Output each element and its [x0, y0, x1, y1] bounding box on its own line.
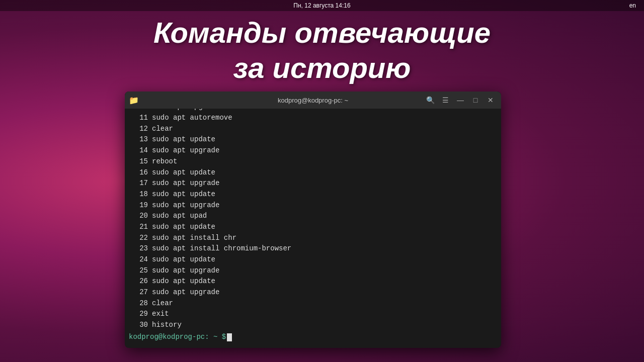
line-number: 15 — [129, 156, 148, 167]
line-command: sudo apt upgrade — [152, 109, 219, 113]
terminal-line: 30history — [129, 320, 501, 331]
terminal-line: 10sudo apt upgrade — [129, 109, 501, 113]
terminal-line: 26sudo apt update — [129, 276, 501, 287]
maximize-button[interactable]: □ — [469, 94, 482, 107]
terminal-line: 18sudo apt update — [129, 189, 501, 200]
line-command: clear — [152, 124, 173, 135]
line-command: sudo apt autoremove — [152, 113, 232, 124]
line-number: 24 — [129, 254, 148, 265]
taskbar-clock: Пн, 12 августа 14:16 — [293, 2, 350, 9]
terminal-body: 8sudo apt upgrade9sudo apt update10sudo … — [125, 109, 501, 348]
line-number: 23 — [129, 243, 148, 254]
terminal-line: 14sudo apt upgrade — [129, 145, 501, 156]
terminal-line: 29exit — [129, 309, 501, 320]
terminal-line: 25sudo apt upgrade — [129, 265, 501, 277]
line-command: reboot — [152, 156, 177, 167]
line-number: 22 — [129, 233, 148, 244]
terminal-line: 13sudo apt update — [129, 134, 501, 145]
line-number: 18 — [129, 189, 148, 200]
line-command: clear — [152, 298, 173, 309]
terminal-content[interactable]: 8sudo apt upgrade9sudo apt update10sudo … — [125, 109, 501, 348]
line-command: sudo apt upgrade — [152, 145, 219, 156]
line-number: 30 — [129, 320, 148, 331]
menu-button[interactable]: ☰ — [439, 94, 452, 107]
line-command: sudo apt upgrade — [152, 200, 219, 211]
taskbar: Пн, 12 августа 14:16 en — [0, 0, 644, 11]
line-number: 29 — [129, 309, 148, 320]
titlebar-file-icon: 📁 — [129, 96, 139, 105]
close-button[interactable]: ✕ — [484, 94, 497, 107]
prompt-line: kodprog@kodprog-pc: ~ $ — [129, 331, 501, 344]
line-command: sudo apt upgrade — [152, 265, 219, 277]
line-number: 14 — [129, 145, 148, 156]
terminal-line: 19sudo apt upgrade — [129, 200, 501, 211]
line-number: 10 — [129, 109, 148, 113]
terminal-line: 17sudo apt upgrade — [129, 178, 501, 189]
line-command: history — [152, 320, 182, 331]
line-command: sudo apt install chromium-browser — [152, 243, 291, 254]
line-number: 25 — [129, 265, 148, 277]
taskbar-lang: en — [629, 2, 636, 9]
terminal-line: 11sudo apt autoremove — [129, 113, 501, 124]
line-command: sudo apt update — [152, 254, 215, 265]
prompt-user: kodprog@kodprog-pc: ~ $ — [129, 332, 226, 343]
overlay-title: Команды отвечающие за историю — [0, 15, 644, 85]
line-command: sudo apt update — [152, 134, 215, 145]
terminal-line: 21sudo apt update — [129, 222, 501, 233]
line-command: sudo apt upgrade — [152, 287, 219, 298]
line-number: 26 — [129, 276, 148, 287]
terminal-window: 📁 kodprog@kodprog-pc: ~ 🔍 ☰ — □ ✕ 8sudo … — [125, 92, 501, 348]
terminal-line: 22sudo apt install chr — [129, 233, 501, 244]
terminal-line: 15reboot — [129, 156, 501, 167]
line-command: sudo apt update — [152, 222, 215, 233]
line-number: 19 — [129, 200, 148, 211]
line-number: 27 — [129, 287, 148, 298]
line-number: 28 — [129, 298, 148, 309]
search-button[interactable]: 🔍 — [424, 94, 437, 107]
line-number: 12 — [129, 124, 148, 135]
titlebar-controls: 🔍 ☰ — □ ✕ — [424, 94, 497, 107]
terminal-line: 23sudo apt install chromium-browser — [129, 243, 501, 254]
terminal-line: 20sudo apt upad — [129, 211, 501, 222]
line-number: 20 — [129, 211, 148, 222]
line-command: sudo apt update — [152, 167, 215, 178]
terminal-titlebar: 📁 kodprog@kodprog-pc: ~ 🔍 ☰ — □ ✕ — [125, 92, 501, 109]
terminal-title: kodprog@kodprog-pc: ~ — [278, 97, 348, 104]
terminal-line: 28clear — [129, 298, 501, 309]
cursor — [227, 333, 232, 341]
minimize-button[interactable]: — — [454, 94, 467, 107]
line-command: sudo apt upad — [152, 211, 207, 222]
line-command: sudo apt update — [152, 189, 215, 200]
line-command: sudo apt install chr — [152, 233, 236, 244]
overlay-title-line2: за историю — [0, 50, 644, 85]
terminal-line: 27sudo apt upgrade — [129, 287, 501, 298]
line-number: 17 — [129, 178, 148, 189]
terminal-line: 24sudo apt update — [129, 254, 501, 265]
terminal-line: 16sudo apt update — [129, 167, 501, 178]
terminal-line: 12clear — [129, 124, 501, 135]
line-command: sudo apt upgrade — [152, 178, 219, 189]
line-number: 11 — [129, 113, 148, 124]
line-number: 13 — [129, 134, 148, 145]
line-number: 21 — [129, 222, 148, 233]
line-command: sudo apt update — [152, 276, 215, 287]
overlay-title-line1: Команды отвечающие — [0, 15, 644, 50]
line-number: 16 — [129, 167, 148, 178]
line-command: exit — [152, 309, 169, 320]
folder-icon: 📁 — [129, 96, 139, 105]
